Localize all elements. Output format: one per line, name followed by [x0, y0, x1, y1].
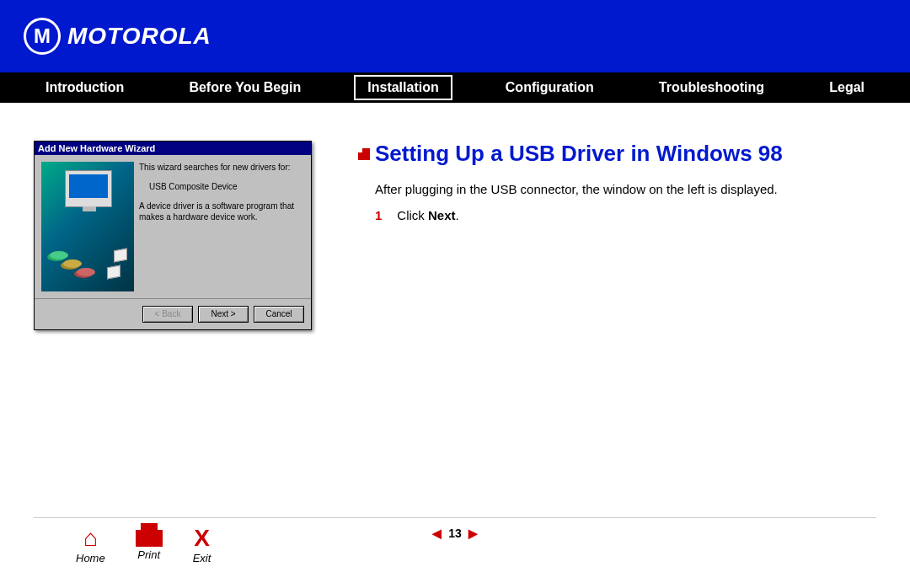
print-button[interactable]: Print: [136, 527, 163, 564]
home-button[interactable]: ⌂ Home: [76, 527, 105, 564]
content-area: Add New Hardware Wizard This wizard sear…: [0, 103, 910, 330]
disc-icon: [50, 251, 68, 259]
wizard-titlebar: Add New Hardware Wizard: [35, 142, 311, 155]
nav-before-you-begin[interactable]: Before You Begin: [177, 77, 313, 99]
floppy-icon: [107, 265, 120, 280]
wizard-text: This wizard searches for new drivers for…: [139, 162, 304, 291]
page-number: 13: [448, 527, 462, 540]
footer-actions: ⌂ Home Print X Exit: [76, 527, 211, 564]
nav-installation[interactable]: Installation: [354, 75, 452, 100]
wizard-device: USB Composite Device: [149, 181, 304, 192]
main-nav: Introduction Before You Begin Installati…: [0, 72, 910, 103]
home-label: Home: [76, 552, 105, 564]
exit-button[interactable]: X Exit: [193, 527, 211, 564]
floppy-icon: [114, 249, 127, 263]
print-icon: [136, 530, 163, 547]
wizard-body: This wizard searches for new drivers for…: [35, 155, 311, 298]
wizard-cancel-button[interactable]: Cancel: [254, 306, 304, 323]
wizard-illustration: [41, 162, 134, 291]
wizard-back-button: < Back: [142, 306, 193, 323]
footer: ⌂ Home Print X Exit ◀ 13 ▶: [34, 517, 876, 564]
nav-troubleshooting[interactable]: Troubleshooting: [647, 77, 776, 99]
hardware-wizard-window: Add New Hardware Wizard This wizard sear…: [34, 141, 312, 330]
main-column: Setting Up a USB Driver in Windows 98 Af…: [358, 141, 876, 330]
disc-icon: [63, 259, 82, 268]
nav-legal[interactable]: Legal: [817, 77, 876, 99]
wizard-button-row: < Back Next > Cancel: [35, 298, 311, 329]
brand-header: M MOTOROLA: [0, 0, 910, 72]
exit-label: Exit: [193, 552, 211, 564]
home-icon: ⌂: [76, 527, 105, 550]
nav-configuration[interactable]: Configuration: [494, 77, 606, 99]
step-text: Click Next.: [397, 208, 458, 222]
wizard-next-button[interactable]: Next >: [198, 306, 249, 323]
nav-introduction[interactable]: Introduction: [34, 77, 136, 99]
next-page-button[interactable]: ▶: [468, 527, 478, 540]
title-bullet-icon: [358, 148, 370, 160]
wizard-line2: A device driver is a software program th…: [139, 200, 304, 222]
page-navigator: ◀ 13 ▶: [432, 527, 478, 540]
page-title-text: Setting Up a USB Driver in Windows 98: [375, 141, 783, 167]
exit-icon: X: [193, 527, 211, 550]
intro-text: After plugging in the USB connector, the…: [375, 182, 876, 196]
wizard-line1: This wizard searches for new drivers for…: [139, 162, 304, 173]
step-1: 1 Click Next.: [375, 208, 876, 222]
prev-page-button[interactable]: ◀: [432, 527, 442, 540]
motorola-logo-icon: M: [24, 18, 61, 55]
disc-icon: [77, 268, 95, 276]
print-label: Print: [136, 548, 163, 561]
logo: M MOTOROLA: [24, 18, 211, 55]
monitor-icon: [65, 170, 112, 207]
step-number: 1: [375, 208, 382, 222]
page-title: Setting Up a USB Driver in Windows 98: [358, 141, 876, 167]
brand-name: MOTOROLA: [67, 23, 211, 50]
